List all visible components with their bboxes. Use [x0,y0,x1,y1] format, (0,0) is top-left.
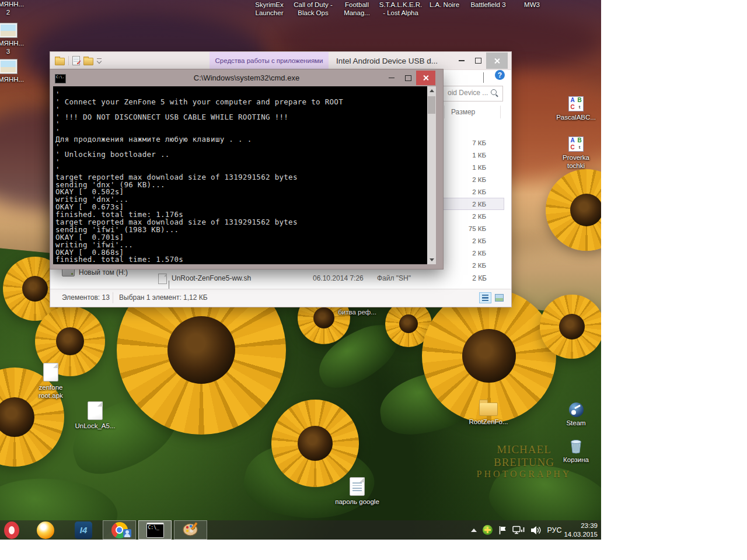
recycle-bin-icon [570,439,582,454]
taskbar-gom-player-button[interactable] [34,520,57,540]
file-type: Файл "SH" [377,274,411,282]
desktop-icon-label: ЫМЯНН... 3 [0,39,25,55]
desktop-icon-rootzenfo[interactable]: RootZenFo... [466,399,511,426]
status-selection: Выбран 1 элемент: 1,12 КБ [119,293,208,302]
close-button[interactable] [486,52,508,69]
status-item-count: Элементов: 13 [62,293,110,302]
cmd-output-line: finished. total time: 1.570s [55,256,425,264]
scrollbar-thumb[interactable] [428,96,435,114]
folder-icon [479,402,498,416]
maximize-button[interactable] [470,52,486,69]
ribbon-collapse-chevron-icon[interactable] [483,72,484,83]
document-icon [88,401,103,420]
desktop-shortcut-label[interactable]: SkyrimEx Launcher [247,1,291,17]
desktop-icon-untitled-3[interactable]: ЫМЯНН... 3 [0,23,25,55]
taskbar-cmd-button[interactable]: C:\_ [138,520,172,540]
cmd-output-line: ' Unlocking bootloader .. [55,151,425,159]
chrome-profile-badge [123,529,131,537]
action-center-flag-icon[interactable] [498,526,507,535]
minimize-button[interactable] [383,71,400,85]
cmd-titlebar[interactable]: C:\. C:\Windows\system32\cmd.exe [50,69,443,86]
antivirus-tray-icon[interactable] [483,525,493,535]
desktop-shortcut-label[interactable]: MW3 [510,1,554,17]
taskbar-chrome-button[interactable] [103,520,136,540]
taskbar-paint-button[interactable] [174,520,207,540]
watermark-line2: PHOTOGRAPHY [466,469,582,480]
paint-icon [182,521,200,540]
search-icon[interactable] [491,89,497,95]
desktop-icon-label: PascalABC... [556,113,596,121]
clock[interactable]: 23:39 14.03.2015 [564,522,598,538]
minimize-button[interactable] [453,52,470,69]
file-row-unroot-zenfone5[interactable]: UnRoot-ZenFone5-ww.sh 06.10.2014 7:26 Фа… [155,272,504,285]
cmd-scrollbar[interactable] [427,86,436,264]
desktop-shortcut-label[interactable]: Football Manag... [335,1,379,17]
thumbnails-view-button[interactable] [493,292,505,303]
column-separator[interactable] [444,106,445,118]
qat-customize-dropdown-icon[interactable] [97,58,102,64]
desktop-icon-label: Proverka tochki [554,153,598,170]
status-separator [113,292,113,303]
sunflower-decoration [546,169,601,251]
desktop-icon-label: битва реф... [338,308,376,316]
system-tray: РУС 23:39 14.03.2015 [468,520,601,540]
desktop-icon-proverka-tochki[interactable]: ABCt Proverka tochki [554,136,598,170]
desktop-icon-unlock-a5[interactable]: UnLock_A5... [73,401,117,430]
desktop-icon-steam[interactable]: Steam [554,402,598,427]
desktop-icon-label: пароль google [335,498,379,506]
gom-player-icon [37,522,54,539]
quick-access-toolbar: ✓ [55,52,102,69]
desktop-shortcut-label[interactable]: Battlefield 3 [466,1,510,17]
top-shortcut-row: SkyrimEx LauncherCall of Duty - Black Op… [247,1,554,17]
close-button[interactable] [416,71,435,85]
desktop-icon-label: Корзина [563,456,589,464]
folder-icon[interactable] [55,58,65,65]
cmd-output-line: ' Connect your ZenFone 5 with your compu… [55,99,425,106]
language-indicator[interactable]: РУС [547,526,561,534]
desktop-icon-bitva-ref[interactable]: битва реф... [335,308,379,316]
pascalabc-icon: ABCt [568,96,584,111]
desktop-icon-label: RootZenFo... [469,418,508,426]
volume-icon[interactable] [530,526,542,535]
desktop-icon-untitled[interactable]: ЫМЯНН... [0,60,25,83]
cmd-console-output: ''' Connect your ZenFone 5 with your com… [53,86,436,264]
ribbon-tab-application-tools[interactable]: Средства работы с приложениями [210,52,329,69]
desktop-screen: MICHAEL BREITUNG PHOTOGRAPHY SkyrimEx La… [0,0,601,540]
taskbar-opera-button[interactable] [0,520,23,540]
pascalabc-icon: ABCt [568,136,584,152]
details-view-button[interactable] [479,292,491,303]
cmd-icon: C:\_ [146,523,164,538]
desktop-icon-recycle-bin[interactable]: Корзина [554,439,598,464]
size-column-header[interactable]: Размер [451,108,475,116]
desktop-icon-label: UnLock_A5... [75,422,115,430]
cmd-window: C:\. C:\Windows\system32\cmd.exe ''' Con… [50,69,444,270]
tray-expand-chevron-icon[interactable] [471,528,477,532]
properties-check-icon[interactable]: ✓ [72,56,80,65]
network-icon[interactable] [512,525,525,535]
search-text: oid Device ... [448,89,488,97]
cmd-output-line: ' !!! DO NOT DISCONNECT USB CABLE WHILE … [55,114,425,121]
column-separator[interactable] [500,106,501,118]
desktop-icon-label: Steam [566,419,585,427]
explorer-titlebar[interactable]: ✓ Средства работы с приложениями Intel A… [50,52,511,70]
document-icon [43,363,58,382]
desktop-shortcut-label[interactable]: S.T.A.L.K.E.R. - Lost Alpha [379,1,423,17]
desktop-icon-pascalabc[interactable]: ABCt PascalABC... [554,96,598,121]
desktop-icon-zenfone-root-apk[interactable]: zenfone root.apk [29,363,73,400]
maximize-button[interactable] [400,71,416,85]
explorer-window-title: Intel Android Device USB d... [336,52,438,69]
desktop-icon-parol-google[interactable]: пароль google [335,477,379,506]
scroll-down-icon[interactable] [427,256,436,264]
scroll-up-icon[interactable] [427,86,436,95]
desktop-shortcut-label[interactable]: Call of Duty - Black Ops [291,1,335,17]
sunflower-decoration [271,400,359,487]
desktop-icon-untitled-2[interactable]: ЫМЯНН... 2 [0,0,25,16]
notepad-icon [350,477,365,496]
taskbar-i4-button[interactable]: I4 [71,520,96,540]
opera-icon [4,522,19,539]
help-icon[interactable]: ? [495,70,505,80]
new-folder-icon[interactable] [83,58,93,65]
sunflower-decoration [540,295,601,359]
desktop-shortcut-label[interactable]: L.A. Noire [423,1,466,17]
desktop-icon-label: ЫМЯНН... [0,75,24,83]
